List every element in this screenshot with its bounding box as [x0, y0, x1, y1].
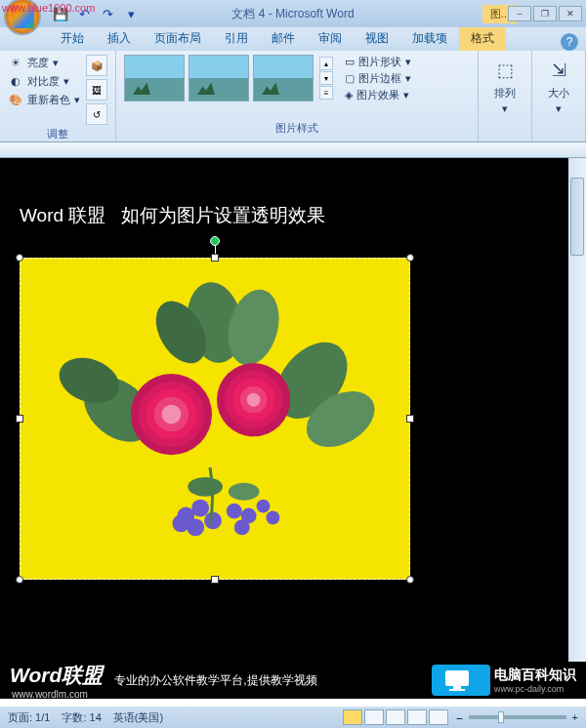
picture-style-gallery[interactable]: ▴ ▾ ≡ [124, 55, 333, 101]
ribbon: ☀亮度 ▾ ◐对比度 ▾ 🎨重新着色 ▾ 📦 🖼 ↺ 调整 ▴ ▾ ≡ [0, 51, 586, 142]
group-adjust: ☀亮度 ▾ ◐对比度 ▾ 🎨重新着色 ▾ 📦 🖼 ↺ 调整 [0, 51, 116, 142]
tab-references[interactable]: 引用 [213, 26, 260, 51]
tab-layout[interactable]: 页面布局 [143, 26, 213, 51]
view-draft[interactable] [429, 709, 448, 725]
view-web-layout[interactable] [386, 709, 405, 725]
zoom-in-button[interactable]: + [572, 711, 578, 723]
scroll-thumb[interactable] [570, 178, 584, 256]
brightness-button[interactable]: ☀亮度 ▾ [8, 55, 80, 70]
arrange-button[interactable]: ⬚ 排列▾ [486, 55, 523, 117]
selection-border [20, 258, 410, 580]
tab-review[interactable]: 审阅 [307, 26, 354, 51]
brand-url: www.wordlm.com [12, 689, 103, 700]
pc-daily-url: www.pc-daily.com [494, 684, 576, 694]
size-icon: ⇲ [544, 57, 573, 84]
group-adjust-label: 调整 [8, 125, 107, 143]
contrast-button[interactable]: ◐对比度 ▾ [8, 73, 80, 89]
watermark-top: www.blue1000.com [2, 2, 95, 14]
window-title: 文档 4 - Microsoft Word [231, 6, 354, 22]
pc-daily-icon [432, 665, 490, 696]
tab-format[interactable]: 格式 [459, 26, 506, 51]
picture-border-button[interactable]: ▢ 图片边框 ▾ [345, 71, 411, 86]
view-print-layout[interactable] [343, 709, 362, 725]
brand-description: 专业的办公软件教学平台,提供教学视频 [114, 672, 316, 689]
handle-tr[interactable] [406, 254, 414, 262]
style-thumb-3[interactable] [253, 55, 314, 101]
shape-icon: ▭ [345, 56, 355, 68]
horizontal-ruler[interactable] [0, 142, 586, 158]
gallery-up-icon[interactable]: ▴ [319, 57, 333, 70]
minimize-button[interactable]: – [508, 6, 531, 21]
handle-bl[interactable] [16, 576, 23, 584]
group-styles-label: 图片样式 [124, 119, 470, 138]
handle-tm[interactable] [211, 254, 219, 262]
zoom-out-button[interactable]: ‒ [456, 711, 463, 724]
zoom-slider[interactable] [469, 715, 566, 719]
brand-logo: Word联盟 [10, 662, 103, 689]
status-page[interactable]: 页面: 1/1 [8, 710, 50, 725]
tab-mailings[interactable]: 邮件 [260, 26, 307, 51]
svg-rect-29 [445, 670, 469, 686]
rotate-handle[interactable] [210, 236, 220, 246]
size-button[interactable]: ⇲ 大小▾ [540, 55, 577, 117]
picture-shape-button[interactable]: ▭ 图片形状 ▾ [345, 55, 411, 69]
selected-image[interactable] [20, 258, 410, 580]
gallery-more-icon[interactable]: ≡ [319, 86, 333, 100]
handle-br[interactable] [406, 576, 414, 584]
view-full-screen[interactable] [364, 709, 384, 725]
footer-watermark: Word联盟 www.wordlm.com 专业的办公软件教学平台,提供教学视频… [0, 662, 586, 699]
recolor-icon: 🎨 [8, 92, 23, 107]
style-thumb-1[interactable] [124, 55, 185, 101]
brightness-icon: ☀ [8, 55, 23, 70]
pc-daily-text: 电脑百科知识 [494, 667, 576, 684]
svg-rect-30 [453, 686, 461, 689]
handle-bm[interactable] [211, 576, 219, 584]
gallery-down-icon[interactable]: ▾ [319, 71, 333, 85]
redo-icon[interactable]: ↷ [98, 4, 117, 23]
contrast-icon: ◐ [8, 73, 23, 89]
view-outline[interactable] [407, 709, 427, 725]
svg-rect-31 [449, 689, 465, 691]
help-icon[interactable]: ? [561, 33, 578, 51]
maximize-button[interactable]: ❐ [533, 6, 557, 21]
status-words[interactable]: 字数: 14 [62, 710, 101, 725]
tab-addins[interactable]: 加载项 [400, 26, 459, 51]
handle-tl[interactable] [16, 254, 23, 262]
group-picture-styles: ▴ ▾ ≡ ▭ 图片形状 ▾ ▢ 图片边框 ▾ ◈ 图片效果 ▾ 图片样式 [116, 51, 479, 142]
change-picture-button[interactable]: 🖼 [86, 79, 107, 101]
tab-home[interactable]: 开始 [49, 26, 96, 51]
vertical-scrollbar[interactable] [568, 158, 586, 699]
statusbar: 页面: 1/1 字数: 14 英语(美国) ‒ + [0, 707, 586, 728]
handle-mr[interactable] [406, 415, 414, 423]
recolor-button[interactable]: 🎨重新着色 ▾ [8, 92, 80, 107]
group-size: ⇲ 大小▾ [532, 51, 586, 142]
document-area[interactable]: Word 联盟 如何为图片设置透明效果 [0, 142, 586, 699]
document-text[interactable]: Word 联盟 如何为图片设置透明效果 [20, 203, 325, 228]
tab-view[interactable]: 视图 [354, 26, 400, 51]
style-thumb-2[interactable] [188, 55, 249, 101]
doc-text-2: 如何为图片设置透明效果 [121, 203, 325, 228]
group-arrange: ⬚ 排列▾ [479, 51, 532, 142]
reset-picture-button[interactable]: ↺ [86, 103, 107, 125]
qat-more-icon[interactable]: ▾ [121, 4, 141, 23]
border-icon: ▢ [345, 72, 355, 85]
effects-icon: ◈ [345, 89, 353, 101]
compress-button[interactable]: 📦 [86, 55, 107, 76]
close-button[interactable]: ✕ [559, 6, 582, 21]
tab-insert[interactable]: 插入 [96, 26, 143, 51]
doc-text-1: Word 联盟 [20, 203, 105, 228]
status-lang[interactable]: 英语(美国) [113, 710, 163, 725]
handle-ml[interactable] [16, 415, 23, 423]
picture-effects-button[interactable]: ◈ 图片效果 ▾ [345, 88, 411, 102]
ribbon-tabs: 开始 插入 页面布局 引用 邮件 审阅 视图 加载项 格式 ? [0, 27, 586, 51]
arrange-icon: ⬚ [490, 57, 520, 84]
zoom-thumb[interactable] [498, 711, 504, 723]
